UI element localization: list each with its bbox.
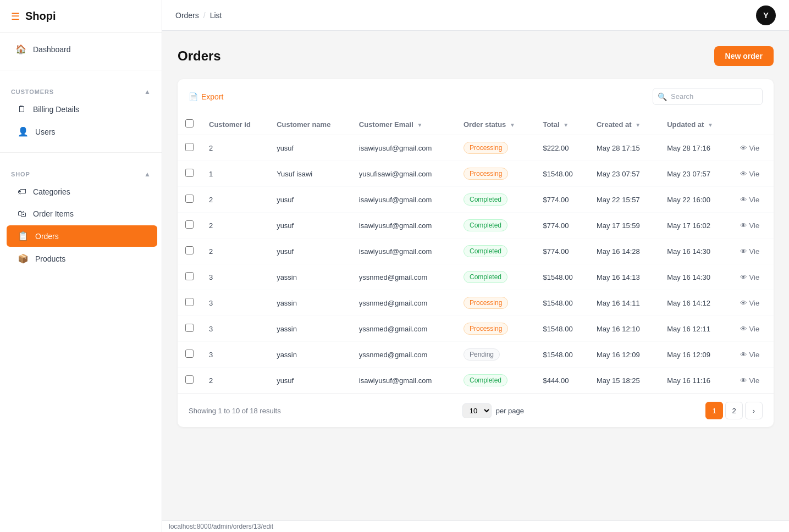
view-button[interactable]: 👁 Vie	[740, 221, 766, 230]
table-header-row: Customer id Customer name Customer Email…	[178, 114, 774, 135]
view-button[interactable]: 👁 Vie	[740, 196, 766, 204]
status-badge: Completed	[464, 271, 507, 283]
statusbar-url: localhost:8000/admin/orders/13/edit	[169, 523, 273, 530]
row-checkbox[interactable]	[185, 246, 194, 254]
cell-created-at: May 16 14:11	[589, 290, 659, 316]
cell-updated-at: May 16 11:16	[659, 368, 732, 394]
col-created-at[interactable]: Created at ▼	[589, 114, 659, 135]
status-badge: Completed	[464, 219, 507, 231]
export-label: Export	[201, 92, 223, 101]
row-checkbox[interactable]	[185, 195, 194, 203]
row-checkbox[interactable]	[185, 375, 194, 384]
sidebar-item-orders[interactable]: 📋 Orders	[7, 225, 157, 247]
cell-created-at: May 16 12:09	[589, 342, 659, 368]
view-button[interactable]: 👁 Vie	[740, 170, 766, 178]
col-total[interactable]: Total ▼	[535, 114, 589, 135]
table-wrapper: Customer id Customer name Customer Email…	[178, 114, 774, 394]
view-button[interactable]: 👁 Vie	[740, 325, 766, 333]
cell-actions: 👁 Vie	[732, 161, 774, 187]
row-checkbox[interactable]	[185, 272, 194, 280]
cell-total: $774.00	[535, 213, 589, 239]
sidebar-item-label-dashboard: Dashboard	[33, 45, 71, 54]
next-page-button[interactable]: ›	[745, 402, 763, 419]
cell-customer-name: yassin	[269, 264, 351, 290]
select-all-checkbox[interactable]	[185, 119, 194, 128]
sidebar-item-products[interactable]: 📦 Products	[7, 248, 157, 269]
cell-actions: 👁 Vie	[732, 187, 774, 213]
cell-actions: 👁 Vie	[732, 316, 774, 342]
cell-customer-name: yusuf	[269, 213, 351, 239]
cell-customer-id: 3	[201, 290, 269, 316]
col-customer-email[interactable]: Customer Email ▼	[351, 114, 456, 135]
sidebar-item-label-billing: Billing Details	[33, 105, 79, 114]
status-badge: Processing	[464, 297, 508, 309]
row-checkbox[interactable]	[185, 350, 194, 358]
table-row: 3 yassin yssnmed@gmail.com Processing $1…	[178, 290, 774, 316]
cell-order-status: Completed	[456, 239, 535, 264]
sort-arrow-total: ▼	[563, 122, 569, 128]
row-checkbox-cell	[178, 342, 201, 368]
shop-nav-sub: 🏷 Categories 🛍 Order Items 📋 Orders 📦 Pr…	[0, 181, 162, 269]
sidebar-item-dashboard[interactable]: 🏠 Dashboard	[4, 38, 157, 60]
cell-actions: 👁 Vie	[732, 368, 774, 394]
cell-customer-email: yssnmed@gmail.com	[351, 342, 456, 368]
eye-icon: 👁	[740, 221, 747, 230]
shop-section-label: SHOP	[11, 171, 30, 178]
sidebar-item-order-items[interactable]: 🛍 Order Items	[7, 203, 157, 224]
per-page-select[interactable]: 10 25 50	[462, 403, 492, 418]
eye-icon: 👁	[740, 170, 747, 178]
cell-total: $1548.00	[535, 264, 589, 290]
search-input[interactable]	[653, 88, 763, 105]
row-checkbox[interactable]	[185, 220, 194, 229]
table-row: 2 yusuf isawiyusuf@gmail.com Completed $…	[178, 368, 774, 394]
cell-actions: 👁 Vie	[732, 213, 774, 239]
page-button-1[interactable]: 1	[705, 402, 723, 419]
customers-section-header[interactable]: CUSTOMERS ▲	[0, 84, 162, 98]
row-checkbox-cell	[178, 135, 201, 161]
sidebar-item-categories[interactable]: 🏷 Categories	[7, 181, 157, 202]
row-checkbox[interactable]	[185, 324, 194, 332]
table-row: 3 yassin yssnmed@gmail.com Pending $1548…	[178, 342, 774, 368]
breadcrumb-list: List	[210, 11, 222, 20]
breadcrumb: Orders / List	[175, 11, 222, 20]
view-button[interactable]: 👁 Vie	[740, 144, 766, 152]
row-checkbox[interactable]	[185, 298, 194, 306]
table-row: 3 yassin yssnmed@gmail.com Completed $15…	[178, 264, 774, 290]
page-button-2[interactable]: 2	[725, 402, 743, 419]
content-area: Orders New order 📄 Export 🔍	[162, 31, 789, 520]
sidebar-item-users[interactable]: 👤 Users	[7, 121, 157, 142]
col-order-status[interactable]: Order status ▼	[456, 114, 535, 135]
export-button[interactable]: 📄 Export	[189, 92, 223, 101]
sidebar: ☰ Shopi 🏠 Dashboard CUSTOMERS ▲ 🗒 Billin…	[0, 0, 162, 532]
sort-arrow-status: ▼	[510, 122, 515, 128]
cell-total: $222.00	[535, 135, 589, 161]
avatar: Y	[756, 5, 776, 25]
breadcrumb-orders[interactable]: Orders	[175, 11, 199, 20]
orders-table-card: 📄 Export 🔍 Customer id	[178, 79, 774, 427]
view-button[interactable]: 👁 Vie	[740, 351, 766, 359]
new-order-button[interactable]: New order	[714, 46, 774, 66]
row-checkbox-cell	[178, 213, 201, 239]
status-badge: Completed	[464, 193, 507, 206]
col-updated-at[interactable]: Updated at ▼	[659, 114, 732, 135]
view-button[interactable]: 👁 Vie	[740, 247, 766, 256]
cell-customer-name: Yusuf isawi	[269, 161, 351, 187]
cell-created-at: May 16 12:10	[589, 316, 659, 342]
chevron-up-icon: ▲	[144, 88, 151, 96]
cell-created-at: May 15 18:25	[589, 368, 659, 394]
cell-customer-name: yusuf	[269, 239, 351, 264]
categories-icon: 🏷	[18, 187, 26, 197]
view-button[interactable]: 👁 Vie	[740, 376, 766, 385]
row-checkbox[interactable]	[185, 143, 194, 151]
view-button[interactable]: 👁 Vie	[740, 273, 766, 281]
cell-order-status: Pending	[456, 342, 535, 368]
row-checkbox-cell	[178, 316, 201, 342]
cell-customer-id: 3	[201, 316, 269, 342]
view-button[interactable]: 👁 Vie	[740, 299, 766, 307]
breadcrumb-separator: /	[203, 11, 206, 20]
sidebar-item-billing[interactable]: 🗒 Billing Details	[7, 99, 157, 120]
row-checkbox[interactable]	[185, 169, 194, 177]
shop-section-header[interactable]: SHOP ▲	[0, 166, 162, 180]
hamburger-icon[interactable]: ☰	[11, 10, 20, 23]
cell-customer-email: isawiyusuf@gmail.com	[351, 135, 456, 161]
